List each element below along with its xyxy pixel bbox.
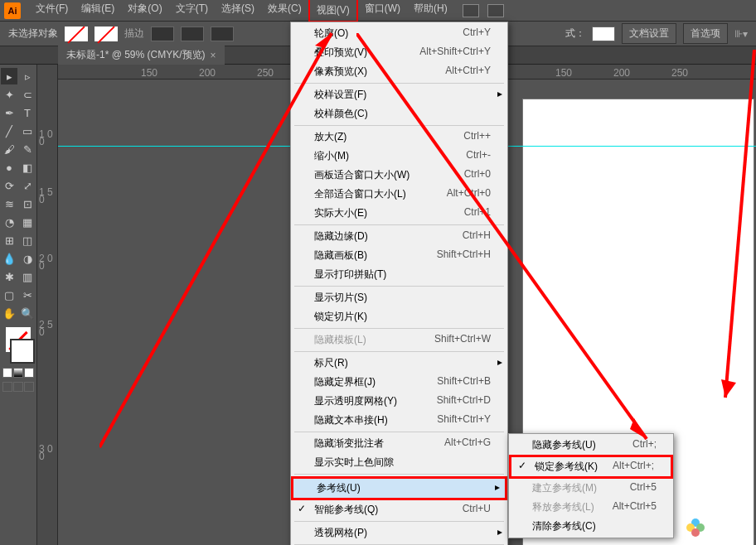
toolbox: ▸▹ ✦⊂ ✒T ╱▭ 🖌✎ ●◧ ⟳⤢ ≋⊡ ◔▦ ⊞◫ 💧◑ ✱▥ ▢✂ ✋… [0,65,37,545]
mesh-tool[interactable]: ⊞ [1,232,17,248]
ruler-tick: 1 0 0 [39,131,57,146]
ruler-tick: 3 0 0 [39,446,57,461]
color-mode-none[interactable] [24,368,34,378]
submenu-item-建立参考线: 建立参考线(M)Ctrl+5 [509,479,673,498]
menu-选择[interactable]: 选择(S) [215,0,261,22]
menu-item-label: 显示实时上色间隙 [314,456,394,470]
submenu-arrow-icon: ▸ [497,526,502,538]
gradient-tool[interactable]: ◫ [19,232,36,248]
menu-item-参考线[interactable]: 参考线(U)▸ [291,476,507,500]
menu-编辑[interactable]: 编辑(E) [75,0,121,22]
selection-tool[interactable]: ▸ [1,68,17,84]
shape-builder-tool[interactable]: ◔ [1,214,17,230]
zoom-tool[interactable]: 🔍 [19,305,36,321]
paintbrush-tool[interactable]: 🖌 [1,141,17,157]
line-tool[interactable]: ╱ [1,123,17,139]
menu-shortcut: Alt+Ctrl+; [613,460,654,474]
menu-item-label: 建立参考线(M) [532,481,597,495]
symbol-sprayer-tool[interactable]: ✱ [1,268,17,285]
menu-帮助[interactable]: 帮助(H) [407,0,454,22]
lasso-tool[interactable]: ⊂ [19,86,36,103]
draw-mode[interactable] [13,382,23,392]
ruler-tick: 250 [671,67,688,79]
magic-wand-tool[interactable]: ✦ [1,86,17,103]
width-tool[interactable]: ≋ [1,195,17,212]
doc-arrange-icon[interactable] [463,4,479,17]
perspective-grid-tool[interactable]: ▦ [19,214,36,230]
align-icon[interactable]: ⊪▾ [734,28,748,40]
screen-mode-normal[interactable] [2,382,12,392]
watermark-logo-icon [686,518,705,537]
menu-效果[interactable]: 效果(C) [261,0,308,22]
menu-icon-group [463,4,504,17]
menu-item-智能参考线[interactable]: 智能参考线(Q)Ctrl+U [291,500,507,519]
draw-inside[interactable] [24,382,34,392]
annotation-arrow-1 [99,25,356,456]
menu-item-label: 透视网格(P) [314,526,367,540]
blob-brush-tool[interactable]: ● [1,159,17,176]
menu-item-label: 释放参考线(L) [532,500,594,514]
layout-icon[interactable] [487,4,504,17]
slice-tool[interactable]: ✂ [19,287,36,303]
annotation-arrow-3 [721,50,756,406]
svg-line-0 [99,33,332,447]
watermark-text: AI资讯网 [709,521,748,535]
ruler-tick: 2 0 0 [39,255,57,270]
menu-shortcut: Ctrl+U [463,503,491,517]
menu-shortcut: Alt+Ctrl+5 [613,500,657,514]
watermark: AI资讯网 [686,518,748,537]
rectangle-tool[interactable]: ▭ [19,123,36,139]
color-mode-gradient[interactable] [13,368,23,378]
column-graph-tool[interactable]: ▥ [19,268,36,285]
menu-对象[interactable]: 对象(O) [121,0,168,22]
menu-文件[interactable]: 文件(F) [29,0,75,22]
ruler-tick: 2 5 0 [39,321,57,336]
hand-tool[interactable]: ✋ [1,305,17,321]
submenu-item-锁定参考线[interactable]: 锁定参考线(K)Alt+Ctrl+; [509,455,673,479]
svg-line-2 [356,33,647,439]
fill-swatch[interactable] [65,27,88,41]
svg-line-4 [725,50,754,398]
submenu-item-释放参考线: 释放参考线(L)Alt+Ctrl+5 [509,498,673,517]
submenu-arrow-icon: ▸ [495,481,500,493]
ruler-tick: 1 5 0 [39,189,57,204]
menu-bar: Ai 文件(F)编辑(E)对象(O)文字(T)选择(S)效果(C)视图(V)窗口… [0,0,756,22]
rotate-tool[interactable]: ⟳ [1,177,17,194]
menu-separator [294,521,504,522]
menu-item-label: 智能参考线(Q) [314,503,378,517]
stroke-color[interactable] [10,339,35,364]
scale-tool[interactable]: ⤢ [19,177,36,194]
menu-文字[interactable]: 文字(T) [169,0,215,22]
menu-item-透视网格[interactable]: 透视网格(P)▸ [291,523,507,543]
app-logo: Ai [4,2,21,19]
eyedropper-tool[interactable]: 💧 [1,250,17,267]
color-mode-normal[interactable] [2,368,12,378]
menu-item-label: 锁定参考线(K) [535,460,598,474]
pencil-tool[interactable]: ✎ [19,141,36,157]
svg-marker-5 [721,379,736,398]
menu-视图[interactable]: 视图(V) [308,0,358,22]
blend-tool[interactable]: ◑ [19,250,36,267]
vertical-ruler: 1 0 01 5 02 0 02 5 03 0 0 [37,65,58,545]
free-transform-tool[interactable]: ⊡ [19,195,36,212]
eraser-tool[interactable]: ◧ [19,159,36,176]
submenu-item-清除参考线[interactable]: 清除参考线(C) [509,517,673,536]
menu-shortcut: Ctrl+5 [630,481,657,495]
annotation-arrow-2 [356,33,663,456]
menu-separator [294,474,504,475]
menu-窗口[interactable]: 窗口(W) [358,0,407,22]
menu-item-显示实时上色间隙[interactable]: 显示实时上色间隙 [291,453,507,472]
preferences-button[interactable]: 首选项 [683,23,728,44]
menu-item-label: 清除参考线(C) [532,519,596,533]
artboard-tool[interactable]: ▢ [1,287,17,303]
selection-status: 未选择对象 [8,27,58,41]
pen-tool[interactable]: ✒ [1,104,17,121]
menu-item-label: 参考线(U) [317,481,361,495]
direct-selection-tool[interactable]: ▹ [19,68,36,84]
type-tool[interactable]: T [19,104,36,121]
